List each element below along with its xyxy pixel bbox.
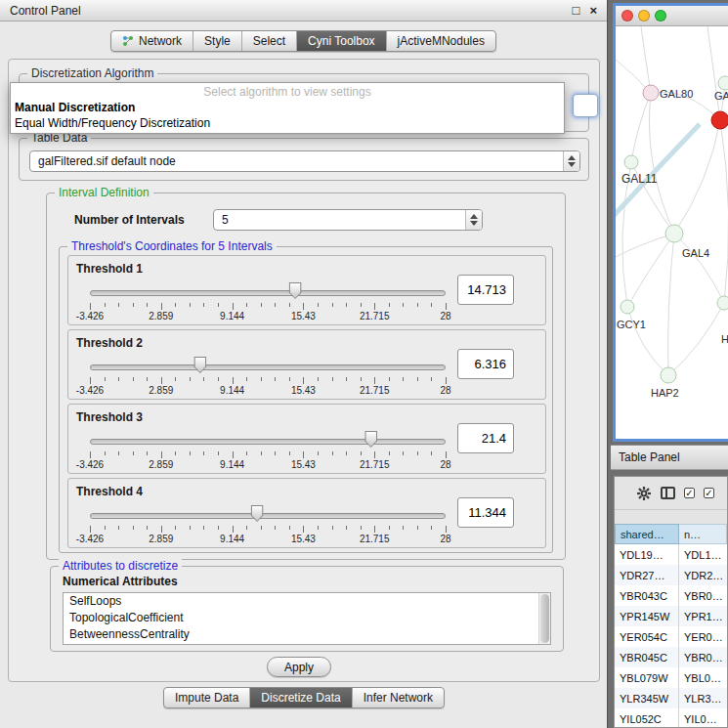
select-checkbox-icon[interactable]: ✓ [704,488,714,498]
network-node[interactable] [718,76,728,90]
select-checkbox-icon[interactable]: ✓ [684,488,695,498]
close-icon[interactable]: × [589,4,597,17]
tab-discretize-data[interactable]: Discretize Data [250,688,352,707]
combobox-stepper-icon[interactable] [563,151,579,171]
network-node[interactable] [665,225,683,242]
table-row[interactable]: YBR045CYBR0… [615,647,727,667]
cell-name[interactable]: YBR0… [679,585,727,606]
settings-gear-icon[interactable] [636,486,652,501]
algorithm-combobox[interactable] [573,94,598,117]
tab-select[interactable]: Select [242,31,297,51]
network-node[interactable] [717,296,728,310]
network-node[interactable] [711,111,728,129]
attribute-list-item[interactable]: TopologicalCoefficient [64,610,550,626]
table-row[interactable]: YLR345WYLR3… [615,688,727,708]
cell-name[interactable]: YDR2… [679,565,727,585]
table-row[interactable]: YBL079WYBL0… [615,667,727,688]
network-edge[interactable] [641,26,651,93]
threshold-value-field[interactable]: 14.713 [457,275,514,305]
network-canvas[interactable]: GAL80GAGAL11GAL4GCY1HAP2H [616,26,728,439]
network-window-titlebar[interactable] [616,6,728,26]
tab-network[interactable]: Network [111,31,193,51]
cell-shared-name[interactable]: YBR043C [615,585,679,606]
numerical-attributes-list[interactable]: SelfLoopsTopologicalCoefficientBetweenne… [63,592,551,645]
network-node[interactable] [661,367,676,383]
cell-shared-name[interactable]: YLR345W [615,688,679,708]
network-edge[interactable] [627,307,668,375]
network-edge[interactable] [720,120,728,303]
tab-infer-network[interactable]: Infer Network [353,688,444,707]
column-management-icon[interactable] [661,487,675,499]
slider-thumb[interactable] [251,505,264,522]
cell-name[interactable]: YLR3… [679,688,727,708]
column-header-name[interactable]: n… [679,524,727,544]
cell-name[interactable]: YDL1… [679,544,727,565]
slider-thumb[interactable] [193,357,206,373]
tab-style[interactable]: Style [193,31,242,51]
column-header-shared-name[interactable]: shared… [615,524,679,544]
cell-shared-name[interactable]: YPR145W [615,606,679,626]
network-node[interactable] [643,85,659,101]
zoom-traffic-light-icon[interactable] [655,10,666,21]
number-of-intervals-combobox[interactable]: 5 [213,209,483,231]
slider-thumb[interactable] [364,431,377,448]
tab-jactivemodules[interactable]: jActiveMNodules [387,31,495,51]
table-row[interactable]: YPR145WYPR1… [615,606,727,626]
attribute-list-item[interactable]: BetweennessCentrality [64,626,550,643]
cell-shared-name[interactable]: YIL052C [615,708,679,727]
attribute-list-item[interactable]: SelfLoops [64,593,550,610]
table-row[interactable]: YER054CYER0… [615,626,727,647]
cell-name[interactable]: YIL0… [679,708,727,727]
network-edge[interactable] [707,26,720,120]
table-row[interactable]: YDR27…YDR2… [615,565,727,585]
network-edge[interactable] [627,234,674,307]
threshold-4-slider[interactable]: -3.4262.8599.14415.4321.71528 [90,504,446,545]
threshold-value-field[interactable]: 21.4 [457,423,514,453]
tab-cyni-toolbox[interactable]: Cyni Toolbox [297,31,386,51]
threshold-value-field[interactable]: 11.344 [457,497,514,528]
cell-name[interactable]: YBL0… [679,667,727,688]
apply-button[interactable]: Apply [267,657,331,677]
threshold-3-slider[interactable]: -3.4262.8599.14415.4321.71528 [90,430,446,471]
cell-shared-name[interactable]: YDR27… [615,565,679,585]
cell-shared-name[interactable]: YBL079W [615,667,679,688]
slider-track[interactable] [90,290,446,296]
slider-track[interactable] [90,364,446,370]
network-graph[interactable]: GAL80GAGAL11GAL4GCY1HAP2H [616,26,728,439]
cell-shared-name[interactable]: YER054C [615,626,679,647]
slider-thumb[interactable] [289,282,302,299]
network-edge[interactable] [668,303,724,375]
table-row[interactable]: YIL052CYIL0… [615,708,727,727]
network-edge[interactable] [631,93,651,162]
dropdown-option-equal-width-frequency[interactable]: Equal Width/Frequency Discretization [11,115,564,131]
control-panel-tabs: Network Style Select Cyni Toolbox jActiv… [0,30,607,52]
list-scrollbar[interactable] [538,593,550,644]
table-data-combobox[interactable]: galFiltered.sif default node [29,150,580,172]
dropdown-option-manual-discretization[interactable]: Manual Discretization [11,100,564,115]
cell-name[interactable]: YPR1… [679,606,727,626]
close-traffic-light-icon[interactable] [621,10,633,21]
threshold-2-slider[interactable]: -3.4262.8599.14415.4321.71528 [90,356,446,397]
cell-shared-name[interactable]: YBR045C [615,647,679,667]
scrollbar-thumb[interactable] [540,594,549,643]
table-panel-header[interactable]: Table Panel [611,445,728,470]
float-window-icon[interactable]: □ [573,4,580,17]
network-edge[interactable] [674,120,720,234]
threshold-1-slider[interactable]: -3.4262.8599.14415.4321.71528 [90,281,446,322]
network-node[interactable] [624,155,638,169]
tab-impute-data[interactable]: Impute Data [164,688,250,707]
network-edge[interactable] [674,234,724,303]
network-edge[interactable] [668,234,674,375]
cell-name[interactable]: YBR0… [679,647,727,667]
network-node[interactable] [621,300,634,314]
cell-shared-name[interactable]: YDL19… [615,544,679,565]
control-panel-titlebar[interactable]: Control Panel □ × [0,0,607,21]
cell-name[interactable]: YER0… [679,626,727,647]
minimize-traffic-light-icon[interactable] [638,10,650,21]
table-row[interactable]: YBR043CYBR0… [615,585,727,606]
slider-track[interactable] [90,439,446,445]
combobox-stepper-icon[interactable] [465,210,482,230]
table-row[interactable]: YDL19…YDL1… [615,544,727,565]
threshold-value-field[interactable]: 6.316 [457,349,514,379]
slider-track[interactable] [90,513,446,519]
